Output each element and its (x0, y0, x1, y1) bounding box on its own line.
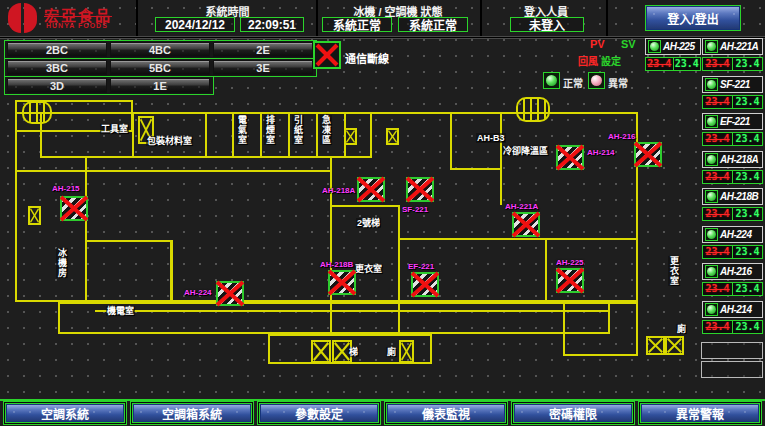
ahu-tag-label: SF-221 (402, 205, 428, 214)
plan-wall-line (85, 158, 87, 302)
lamp-glyph (707, 117, 716, 126)
sv-value: 23.4 (733, 171, 762, 183)
sv-value: 23.4 (733, 58, 762, 70)
stair-icon (386, 128, 399, 145)
status-lamp-icon (705, 153, 718, 166)
sv-value: 23.4 (733, 283, 762, 295)
ahu-unit-ah-218a[interactable] (357, 177, 385, 202)
equipment-name: SF-221 (720, 79, 750, 90)
room-label: 包裝材料室 (146, 136, 193, 146)
plan-wall-line (316, 112, 318, 158)
equipment-item-ah-225[interactable]: AH-225 (645, 38, 701, 55)
pv-value: 23.4 (703, 133, 733, 145)
lamp-glyph (707, 305, 716, 314)
ahu-unit-ah-216[interactable] (634, 142, 662, 167)
stair-icon (344, 128, 357, 145)
equipment-item-ah-221a[interactable]: AH-221A (702, 38, 763, 55)
equipment-name: AH-214 (720, 304, 751, 315)
equipment-values-ah-221a: 23.423.4 (702, 57, 763, 71)
equipment-name: AH-225 (663, 41, 694, 52)
sv-value: 23.4 (733, 96, 762, 108)
equipment-values-ah-218a: 23.423.4 (702, 170, 763, 184)
ahu-unit-ah-215[interactable] (60, 196, 88, 221)
footer-button-cell: 參數設定 (257, 401, 381, 425)
ahu-unit-ah-225[interactable] (556, 268, 584, 293)
ahu-unit-ah-218b[interactable] (328, 270, 356, 295)
room-label: 廁 (676, 324, 687, 334)
pv-value: 23.4 (703, 283, 733, 295)
stair-icon (399, 340, 414, 363)
plan-wall-line (398, 238, 638, 240)
equipment-item-sf-221[interactable]: SF-221 (702, 76, 763, 93)
footer-button-6[interactable]: 異常警報 (640, 403, 760, 423)
equipment-item-ah-214[interactable]: AH-214 (702, 301, 763, 318)
stair-icon (646, 336, 665, 355)
lamp-glyph (707, 230, 716, 239)
equipment-empty-slot (701, 342, 763, 359)
equipment-item-ah-218b[interactable]: AH-218B (702, 188, 763, 205)
ahu-unit-ah-221a[interactable] (512, 212, 540, 237)
room-label: AH-B3 (476, 133, 506, 143)
plan-wall-line (232, 112, 234, 158)
plan-wall-line (132, 112, 134, 158)
ahu-unit-sf-221[interactable] (406, 177, 434, 202)
status-lamp-icon (705, 40, 718, 53)
equipment-values-ah-218b: 23.423.4 (702, 207, 763, 221)
spiral-stair-icon (22, 101, 52, 124)
status-lamp-icon (705, 78, 718, 91)
equipment-empty-slot (701, 361, 763, 378)
footer-button-3[interactable]: 參數設定 (259, 403, 379, 423)
equipment-values-ef-221: 23.423.4 (702, 132, 763, 146)
ahu-unit-ah-214[interactable] (556, 145, 584, 170)
equipment-item-ah-224[interactable]: AH-224 (702, 226, 763, 243)
status-lamp-icon (705, 115, 718, 128)
room-label: 冰機房 (56, 248, 68, 278)
ahu-unit-ef-221[interactable] (411, 272, 439, 297)
status-lamp-icon (648, 40, 661, 53)
pv-value: 23.4 (703, 208, 733, 220)
room-label: 更衣室 (668, 256, 680, 286)
ahu-tag-label: AH-216 (608, 132, 636, 141)
plan-wall (85, 240, 173, 302)
footer-button-cell: 密碼權限 (511, 401, 635, 425)
equipment-values-ah-225: 23.423.4 (645, 57, 701, 71)
hmi-screen: 宏亞食品 HUNYA FOODS 系統時間 2024/12/12 22:09:5… (0, 0, 765, 426)
lamp-glyph (707, 155, 716, 164)
stair-icon (28, 206, 41, 225)
pv-value: 23.4 (646, 58, 674, 70)
footer-button-cell: 空調系統 (3, 401, 127, 425)
room-label: 機電室 (106, 306, 135, 316)
plan-wall-line (500, 170, 502, 205)
equipment-values-ah-214: 23.423.4 (702, 320, 763, 334)
plan-wall-line (330, 158, 332, 205)
lamp-glyph (707, 42, 716, 51)
equipment-item-ah-216[interactable]: AH-216 (702, 263, 763, 280)
equipment-item-ef-221[interactable]: EF-221 (702, 113, 763, 130)
ahu-tag-label: AH-214 (587, 148, 615, 157)
ahu-tag-label: AH-215 (52, 184, 80, 193)
equipment-name: AH-218B (720, 191, 758, 202)
footer-button-1[interactable]: 空調系統 (5, 403, 125, 423)
plan-wall-line (15, 170, 332, 172)
sv-value: 23.4 (733, 208, 762, 220)
plan-wall-line (288, 112, 290, 158)
room-label: 2號梯 (356, 218, 381, 228)
equipment-name: AH-218A (720, 154, 758, 165)
room-label: 更衣室 (354, 264, 383, 274)
footer-button-cell: 儀表監視 (384, 401, 508, 425)
room-label: 排煙室 (264, 115, 276, 145)
room-label: 冷卻降溫區 (502, 146, 549, 156)
equipment-name: AH-224 (720, 229, 751, 240)
footer-button-cell: 異常警報 (638, 401, 762, 425)
pv-value: 23.4 (703, 58, 733, 70)
footer-button-4[interactable]: 儀表監視 (386, 403, 506, 423)
equipment-item-ah-218a[interactable]: AH-218A (702, 151, 763, 168)
lamp-glyph (707, 80, 716, 89)
ahu-unit-ah-224[interactable] (216, 281, 244, 306)
room-label: 引紙室 (292, 115, 304, 145)
equipment-values-ah-224: 23.423.4 (702, 245, 763, 259)
sv-value: 23.4 (674, 58, 701, 70)
ahu-tag-label: AH-225 (556, 258, 584, 267)
footer-button-2[interactable]: 空調箱系統 (132, 403, 252, 423)
footer-button-5[interactable]: 密碼權限 (513, 403, 633, 423)
